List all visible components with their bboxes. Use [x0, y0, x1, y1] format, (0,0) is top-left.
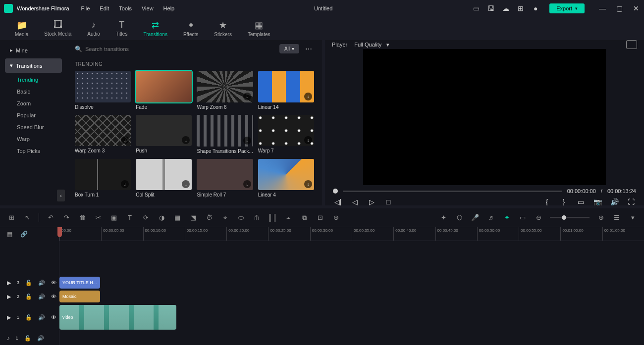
marker-button[interactable]: ⬡: [455, 213, 464, 222]
sidebar-group-mine[interactable]: ▸ Mine: [5, 43, 62, 57]
track-row-1a[interactable]: [59, 331, 644, 345]
track-row-2[interactable]: Mosaic: [59, 290, 644, 303]
fit-button[interactable]: ▭: [518, 213, 527, 222]
speed-button[interactable]: ⟳: [141, 213, 150, 222]
track-head-1a[interactable]: ♪1 🔓 🔊: [0, 331, 59, 345]
crop-button[interactable]: ▣: [109, 213, 118, 222]
tab-effects[interactable]: ✦Effects: [183, 20, 198, 37]
transition-box-turn-1[interactable]: ↓Box Turn 1: [75, 159, 131, 198]
tab-media[interactable]: 📁Media: [15, 20, 28, 37]
eye-icon[interactable]: 👁: [51, 280, 56, 286]
lock-icon[interactable]: 🔓: [24, 335, 31, 342]
tab-templates[interactable]: ▦Templates: [248, 20, 270, 37]
layout-icon[interactable]: ▭: [472, 4, 480, 12]
more-options-button[interactable]: ⋯: [303, 45, 314, 53]
transition-linear-4[interactable]: ↓Linear 4: [258, 159, 314, 198]
snapshot-button[interactable]: [626, 40, 637, 49]
sidebar-item-basic[interactable]: Basic: [5, 86, 62, 98]
align-button[interactable]: ⫠: [284, 213, 293, 222]
avatar-icon[interactable]: ●: [532, 4, 539, 12]
track-head-2[interactable]: ▶2 🔓 🔊 👁: [0, 290, 59, 303]
track-head-3[interactable]: ▶3 🔓 🔊 👁: [0, 276, 59, 290]
mixer2-button[interactable]: ♬: [486, 213, 495, 222]
sidebar-item-top-picks[interactable]: Top Picks: [5, 145, 62, 157]
delete-button[interactable]: 🗑: [78, 213, 87, 222]
snap-toggle[interactable]: ▦: [7, 231, 12, 238]
tab-stickers[interactable]: ★Stickers: [214, 20, 232, 37]
transition-warp-zoom-6[interactable]: ↓Warp Zoom 6: [197, 71, 253, 110]
eye-icon[interactable]: 👁: [51, 294, 56, 299]
video-clip[interactable]: video: [59, 305, 176, 330]
tab-titles[interactable]: TTitles: [116, 20, 128, 37]
text-tool[interactable]: T: [125, 213, 134, 222]
lock-icon[interactable]: 🔓: [25, 294, 32, 300]
quality-dropdown[interactable]: Full Quality ▾: [354, 42, 389, 48]
menu-edit[interactable]: Edit: [100, 5, 109, 11]
transition-simple-roll-7[interactable]: ↓Simple Roll 7: [197, 159, 253, 198]
mute-icon[interactable]: 🔊: [38, 280, 45, 286]
collapse-sidebar-button[interactable]: ‹: [57, 190, 65, 201]
lock-icon[interactable]: 🔓: [25, 314, 32, 321]
redo-button[interactable]: ↷: [62, 213, 71, 222]
zoom-in-button[interactable]: ⊕: [596, 213, 605, 222]
mixer-button[interactable]: ⫚: [252, 213, 261, 222]
mute-icon[interactable]: 🔊: [38, 314, 45, 321]
menu-tools[interactable]: Tools: [119, 5, 132, 11]
track-head-1v[interactable]: ▶1 🔓 🔊 👁: [0, 303, 59, 331]
pointer-tool[interactable]: ↖: [23, 213, 32, 222]
mic-button[interactable]: 🎤: [471, 213, 480, 222]
sidebar-item-trending[interactable]: Trending: [5, 74, 62, 86]
sidebar-item-speed-blur[interactable]: Speed Blur: [5, 121, 62, 133]
undo-button[interactable]: ↶: [46, 213, 55, 222]
minimize-button[interactable]: —: [598, 4, 606, 12]
transition-linear-14[interactable]: ↓Linear 14: [258, 71, 314, 110]
link-button[interactable]: ⧉: [300, 213, 309, 222]
mute-icon[interactable]: 🔊: [37, 335, 44, 342]
close-button[interactable]: ✕: [632, 4, 640, 12]
mute-icon[interactable]: 🔊: [38, 294, 45, 300]
title-clip[interactable]: YOUR TITLE H...: [59, 277, 100, 289]
zoom-slider[interactable]: [550, 217, 590, 218]
view-list-button[interactable]: ☰: [612, 213, 621, 222]
group-button[interactable]: ⬭: [236, 213, 245, 222]
timer-button[interactable]: ⏱: [205, 213, 214, 222]
menu-view[interactable]: View: [142, 5, 154, 11]
track-manage-button[interactable]: ⊞: [7, 213, 16, 222]
link-toggle[interactable]: 🔗: [20, 231, 28, 238]
tab-stock-media[interactable]: 🎞Stock Media: [44, 20, 71, 37]
transition-warp-zoom-3[interactable]: ↓Warp Zoom 3: [75, 115, 131, 154]
eye-icon[interactable]: 👁: [51, 314, 56, 320]
split-button[interactable]: ✂: [94, 213, 103, 222]
zoom-out-button[interactable]: ⊖: [534, 213, 543, 222]
scrub-head[interactable]: [333, 189, 338, 194]
enhance-button[interactable]: ✦: [439, 213, 448, 222]
cloud-icon[interactable]: ☁: [502, 4, 510, 12]
adjust-button[interactable]: ▦: [173, 213, 182, 222]
menu-file[interactable]: File: [81, 5, 90, 11]
transition-push[interactable]: ↓Push: [136, 115, 192, 154]
preview-frame[interactable]: [363, 49, 606, 185]
record-button[interactable]: ⊡: [316, 213, 324, 222]
sidebar-item-popular[interactable]: Popular: [5, 109, 62, 121]
track-row-1v[interactable]: video: [59, 303, 644, 331]
scrub-track[interactable]: [343, 191, 562, 192]
render-button[interactable]: ✦: [502, 213, 511, 222]
transition-fade[interactable]: Fade: [136, 71, 192, 110]
transition-col-split[interactable]: ↓Col Split: [136, 159, 192, 198]
menu-help[interactable]: Help: [163, 5, 175, 11]
keyframe-button[interactable]: ⬔: [189, 213, 198, 222]
tab-audio[interactable]: ♪Audio: [87, 20, 100, 37]
mosaic-clip[interactable]: Mosaic: [59, 291, 100, 302]
save-icon[interactable]: 🖫: [487, 4, 495, 12]
timeline-ruler[interactable]: 00:0000:00:05:0000:00:10:0000:00:15:0000…: [59, 227, 644, 241]
sidebar-item-warp[interactable]: Warp: [5, 133, 62, 145]
view-opts-button[interactable]: ▾: [628, 213, 637, 222]
filter-dropdown[interactable]: All ▾: [279, 44, 299, 53]
apps-icon[interactable]: ⊞: [517, 4, 525, 12]
detach-button[interactable]: ⌖: [220, 213, 229, 222]
sidebar-item-zoom[interactable]: Zoom: [5, 98, 62, 109]
maximize-button[interactable]: ▢: [615, 4, 623, 12]
sidebar-group-transitions[interactable]: ▾ Transitions: [5, 58, 62, 73]
lock-icon[interactable]: 🔓: [25, 280, 32, 286]
transition-warp-7[interactable]: ↓Warp 7: [258, 115, 314, 154]
